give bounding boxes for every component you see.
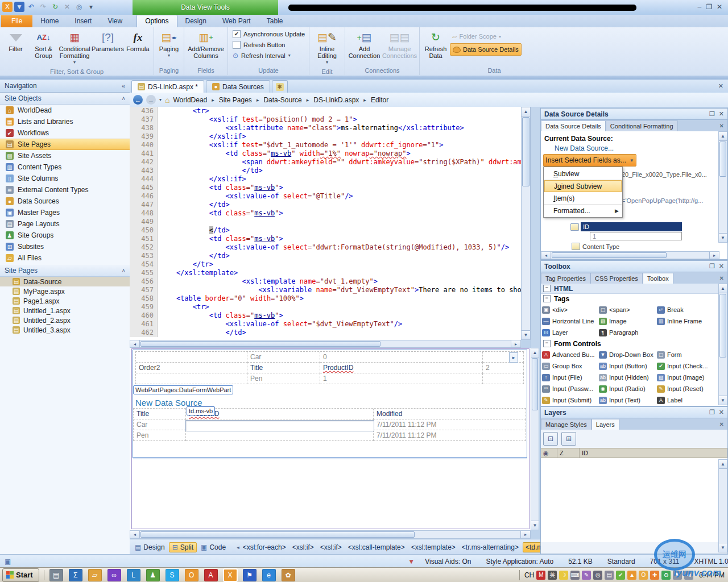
close-tab-icon[interactable]: ✕ <box>719 121 724 131</box>
sidebar-item-subsites[interactable]: ⊞ Subsites <box>0 241 130 252</box>
panel-vertical-scrollbar[interactable]: ▲ ▼ <box>718 284 727 405</box>
status-item-visual-aids-on[interactable]: Visual Aids: On <box>425 558 471 566</box>
toolbox-item-layer[interactable]: ⊡ Layer <box>542 327 599 338</box>
tag-breadcrumb-xsl-for-each[interactable]: <xsl:for-each> <box>241 543 288 552</box>
design-cell[interactable]: Car <box>247 352 320 363</box>
menu-item-joined-subview[interactable]: Joined Subview <box>544 180 622 192</box>
toolbox-item-div[interactable]: ▣ <div> <box>542 304 599 315</box>
taskbar-clock[interactable]: 3:44 PM <box>699 571 725 579</box>
toolbox-item-drop-down-box[interactable]: ▼ Drop-Down Box <box>599 349 657 360</box>
sidebar-item-content-types[interactable]: ▥ Content Types <box>0 161 130 173</box>
code-line[interactable]: 437 <xsl:if test="position() mod 2 = 1"> <box>130 115 521 124</box>
scroll-up-icon[interactable]: ▲ <box>719 284 727 293</box>
code-line[interactable]: 450 </td> <box>130 226 521 235</box>
scroll-thumb[interactable] <box>140 531 415 538</box>
field-id-value[interactable]: 1 <box>590 232 682 240</box>
stop-icon[interactable]: ✕ <box>62 2 72 12</box>
spd-logo-icon[interactable]: X <box>2 2 13 12</box>
scroll-thumb[interactable] <box>140 341 380 347</box>
language-indicator[interactable]: CH <box>524 571 534 579</box>
toolbox-item-form[interactable]: ▢ Form <box>657 349 717 360</box>
scroll-right-icon[interactable]: ▸ <box>520 531 530 538</box>
scroll-right-icon[interactable]: ▸ <box>709 252 719 259</box>
insert-selected-fields-button[interactable]: Insert Selected Fields as...▼ <box>543 154 636 167</box>
sidebar-item-lists-and-libraries[interactable]: ▦ Lists and Libraries <box>0 116 130 127</box>
skype-icon[interactable]: S <box>166 569 179 581</box>
design-cell[interactable] <box>186 430 374 441</box>
refresh-interval-button[interactable]: ⊙ Refresh Interval▾ <box>233 50 291 61</box>
design-cell[interactable]: 7/11/2011 11:12 PM <box>374 430 526 441</box>
tab-tag-properties[interactable]: Tag Properties <box>541 273 590 284</box>
inline-editing-button[interactable]: ▤✎ Inline Editing▾ <box>312 28 342 67</box>
sidebar-item-master-pages[interactable]: ▣ Master Pages <box>0 207 130 218</box>
sidebar-item-external-content-types[interactable]: ≣ External Content Types <box>0 184 130 196</box>
design-text-input[interactable] <box>185 420 374 431</box>
filter-button[interactable]: Filter <box>2 28 30 53</box>
ribbon-tab-web-part[interactable]: Web Part <box>214 15 259 27</box>
code-line[interactable]: 449 <box>130 218 521 226</box>
breadcrumb-item-site-pages[interactable]: Site Pages <box>219 96 252 104</box>
splitter[interactable] <box>531 107 540 348</box>
design-cell[interactable] <box>136 352 247 363</box>
tab-css-properties[interactable]: CSS Properties <box>590 273 643 284</box>
pdf-icon[interactable]: A <box>204 569 218 581</box>
code-line[interactable]: 458 <table border="0" width="100%"> <box>130 294 521 303</box>
scroll-left-icon[interactable]: ◂ <box>130 531 140 538</box>
infinity-app-icon[interactable]: ∞ <box>107 569 121 581</box>
code-line[interactable]: 436 <tr> <box>130 107 521 115</box>
antivirus-icon[interactable]: ✔ <box>616 571 625 580</box>
tab-data-source-details[interactable]: Data Source Details <box>541 120 606 131</box>
design-horizontal-scrollbar[interactable]: ◂ ▸ <box>130 530 531 539</box>
design-cell[interactable]: Title <box>134 409 186 419</box>
tag-breadcrumb-tr-ms-alternating[interactable]: <tr.ms-alternating> <box>460 543 521 552</box>
toolbox-item-input-hidden[interactable]: ab Input (Hidden) <box>599 372 657 383</box>
toolbox-item-input-text[interactable]: ab Input (Text) <box>599 394 657 406</box>
tab-manage-styles[interactable]: Manage Styles <box>541 419 592 430</box>
redo-icon[interactable]: ↷ <box>38 2 48 12</box>
ribbon-tab-home[interactable]: Home <box>32 15 67 27</box>
scroll-left-icon[interactable]: ◂ <box>130 340 140 347</box>
refresh-data-button[interactable]: ↻ Refresh Data <box>421 28 450 60</box>
design-view-button[interactable]: ▤Design <box>132 543 168 552</box>
ribbon-tab-view[interactable]: View <box>100 15 130 27</box>
field-id-selected[interactable]: ID <box>581 222 682 231</box>
code-line[interactable]: 447 </td> <box>130 201 521 209</box>
code-editor[interactable]: 436 <tr>437 <xsl:if test="position() mod… <box>130 107 521 340</box>
tab-toolbox[interactable]: Toolbox <box>643 273 673 284</box>
sidebar-item-site-assets[interactable]: ▧ Site Assets <box>0 150 130 161</box>
scroll-down-icon[interactable]: ▼ <box>522 330 530 339</box>
sidebar-item-page-layouts[interactable]: ▤ Page Layouts <box>0 218 130 230</box>
undo-icon[interactable]: ↶ <box>26 2 36 12</box>
document-tab-ds-linkd-aspx[interactable]: ▤ DS-LinkD.aspx * <box>131 80 204 93</box>
toolbox-item-input-file[interactable]: ↑ Input (File) <box>542 372 599 383</box>
code-line[interactable]: 456 <xsl:template name="dvt_1.empty"> <box>130 277 521 286</box>
code-line[interactable]: 448 <td class="ms-vb"> <box>130 209 521 218</box>
code-line[interactable]: 439 </xsl:if> <box>130 132 521 141</box>
toolbox-item-inline-frame[interactable]: ▥ Inline Frame <box>657 315 717 327</box>
sort-group-button[interactable]: AZ↓ Sort & Group <box>30 28 57 60</box>
design-cell[interactable]: Pen <box>134 430 186 441</box>
toolbox-item-input-reset[interactable]: ✎ Input (Reset) <box>657 383 717 394</box>
folder-scope-button[interactable]: ▱ Folder Scope▾ <box>450 31 522 42</box>
recent-pages-dropdown-icon[interactable]: ▾ <box>159 97 162 102</box>
float-panel-icon[interactable]: ❐ <box>709 110 715 118</box>
id-column-header[interactable]: ID <box>580 448 727 458</box>
design-cell[interactable]: Order2 <box>136 363 247 373</box>
design-cell[interactable]: 0 <box>320 352 483 363</box>
code-line[interactable]: 462 </td> <box>130 329 521 337</box>
file-item-mypage-aspx[interactable]: ▤ MyPage.aspx <box>0 286 130 296</box>
toolbox-item-advanced-bu[interactable]: A Advanced Bu... <box>542 349 599 360</box>
start-button[interactable]: Start <box>2 568 39 582</box>
new-data-source-link[interactable]: New Data Source... <box>555 144 614 152</box>
scroll-down-icon[interactable]: ▼ <box>531 521 539 530</box>
palette-app-icon[interactable]: ✿ <box>282 569 295 581</box>
tag-breadcrumb-xsl-call-template[interactable]: <xsl:call-template> <box>346 543 407 552</box>
ribbon-tab-table[interactable]: Table <box>259 15 291 27</box>
minimize-button[interactable]: – <box>697 3 701 11</box>
scroll-up-icon[interactable]: ▲ <box>522 107 530 117</box>
status-item-standard[interactable]: Standard <box>607 558 635 566</box>
scroll-left-icon[interactable]: ◂ <box>541 252 551 259</box>
code-line[interactable]: 455 </xsl:template> <box>130 269 521 277</box>
code-line[interactable]: 438 <xsl:attribute name="class">ms-alter… <box>130 124 521 132</box>
ime-lang-icon[interactable]: 英 <box>548 571 557 580</box>
